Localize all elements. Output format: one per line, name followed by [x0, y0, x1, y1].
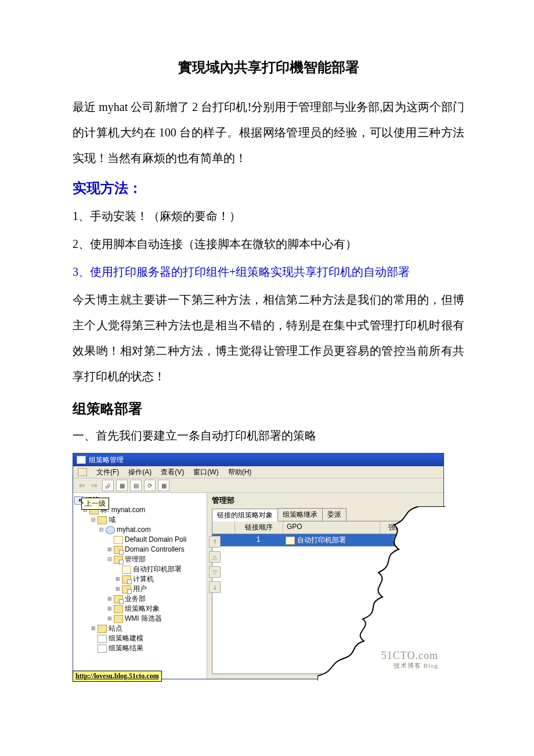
cell-enabled: 是 — [412, 534, 438, 546]
menu-action[interactable]: 操作(A) — [128, 467, 151, 477]
move-up-button[interactable]: △ — [209, 551, 221, 563]
tree-sites[interactable]: ⊞站点 — [74, 624, 205, 633]
move-down-button[interactable]: ▽ — [209, 566, 221, 578]
cursor-icon: ↖ — [78, 496, 85, 506]
tab-linked-gpo[interactable]: 链接的组策略对象 — [212, 509, 278, 521]
details-heading: 管理部 — [207, 493, 443, 506]
tree-ddp[interactable]: Default Domain Poli — [74, 535, 205, 545]
tb-btn-2[interactable]: ▤ — [130, 480, 142, 491]
source-url[interactable]: http://lovesu.blog.51cto.com — [73, 671, 162, 682]
toolbar: ⇦ ⇨ ⮵ ▦ ▤ ⟳ ▦ — [73, 478, 443, 493]
move-top-button[interactable]: ⤒ — [209, 536, 221, 548]
up-button[interactable]: ⮵ — [102, 480, 114, 491]
tb-btn-1[interactable]: ▦ — [116, 480, 128, 491]
tab-delegation[interactable]: 委派 — [322, 508, 347, 521]
doc-title: 實現域內共享打印機智能部署 — [73, 58, 464, 77]
method-3: 3、使用打印服务器的打印组件+组策略实现共享打印机的自动部署 — [73, 259, 464, 285]
app-icon — [77, 456, 86, 464]
tree-modeling[interactable]: 组策略建模 — [74, 633, 205, 643]
col-gpo[interactable]: GPO — [283, 521, 380, 534]
tree-ou-mgmt[interactable]: ⊟管理部 — [74, 555, 205, 564]
tree-gpo-autoprint[interactable]: 自动打印机部署 — [74, 564, 205, 574]
link-order-buttons: ⤒ △ ▽ ⤓ — [209, 536, 221, 593]
intro-paragraph: 最近 myhat 公司新增了 2 台打印机!分别用于管理部与业务部,因为这两个部… — [73, 94, 464, 171]
cell-force: 否 — [381, 534, 412, 546]
tree-pane: ↖ 上一级 组策 ⊟林: mynat.com ⊟域 ⊟myhat.com Def… — [73, 493, 207, 679]
method-2: 2、使用脚本自动连接（连接脚本在微软的脚本中心有） — [73, 231, 464, 257]
cell-gpo: 自动打印机部署 — [282, 534, 381, 546]
move-bottom-button[interactable]: ⤓ — [209, 581, 221, 593]
menu-file[interactable]: 文件(F) — [96, 467, 119, 477]
tree-domain[interactable]: ⊟myhat.com — [74, 525, 205, 535]
gpmc-screenshot: 组策略管理 文件(F) 操作(A) 查看(V) 窗口(W) 帮助(H) ⇦ ⇨ … — [73, 453, 444, 679]
col-force[interactable]: 强制 — [380, 521, 411, 534]
tree-wmi[interactable]: ⊞WMI 筛选器 — [74, 614, 205, 624]
tree-ou-biz[interactable]: ⊞业务部 — [74, 594, 205, 604]
forward-button[interactable]: ⇨ — [89, 480, 100, 491]
tb-btn-3[interactable]: ▦ — [158, 480, 169, 491]
methods-heading: 实现方法： — [73, 179, 464, 197]
window-title: 组策略管理 — [89, 455, 124, 465]
column-headers: 链接顺序 GPO 强制 已启 — [212, 521, 438, 534]
menu-window[interactable]: 窗口(W) — [193, 467, 218, 477]
menu-help[interactable]: 帮助(H) — [228, 467, 252, 477]
tree-ou-users[interactable]: ⊞用户 — [74, 584, 205, 594]
method-1: 1、手动安装！（麻烦的要命！） — [73, 203, 464, 229]
col-enabled[interactable]: 已启 — [411, 521, 438, 534]
gpo-row[interactable]: 1 自动打印机部署 否 是 — [212, 534, 438, 546]
gpo-heading: 组策略部署 — [73, 399, 464, 418]
step-1: 一、首先我们要建立一条自动打印机部署的策略 — [73, 424, 464, 447]
tab-inheritance[interactable]: 组策略继承 — [277, 508, 323, 521]
window-titlebar: 组策略管理 — [73, 453, 443, 466]
refresh-button[interactable]: ⟳ — [144, 480, 156, 491]
explain-paragraph: 今天博主就主要讲一下第三种方法，相信第二种方法是我们的常用的，但博主个人觉得第三… — [73, 287, 464, 389]
tree-ou-computers[interactable]: ⊞计算机 — [74, 574, 205, 584]
watermark: 51CTO.com 技术博客 Blog — [381, 650, 438, 669]
col-link-order[interactable]: 链接顺序 — [235, 521, 283, 534]
tree-domains[interactable]: ⊟域 — [74, 515, 205, 525]
back-button[interactable]: ⇦ — [77, 480, 87, 491]
tree-gpo-objects[interactable]: ⊞组策略对象 — [74, 604, 205, 614]
cell-order: 1 — [234, 534, 282, 546]
doc-icon — [78, 468, 87, 476]
tooltip-up: 上一级 — [81, 498, 109, 510]
menu-view[interactable]: 查看(V) — [161, 467, 184, 477]
tree-dc[interactable]: ⊞Domain Controllers — [74, 545, 205, 555]
menu-bar: 文件(F) 操作(A) 查看(V) 窗口(W) 帮助(H) — [73, 466, 443, 478]
tree-results[interactable]: 组策略结果 — [74, 643, 205, 653]
